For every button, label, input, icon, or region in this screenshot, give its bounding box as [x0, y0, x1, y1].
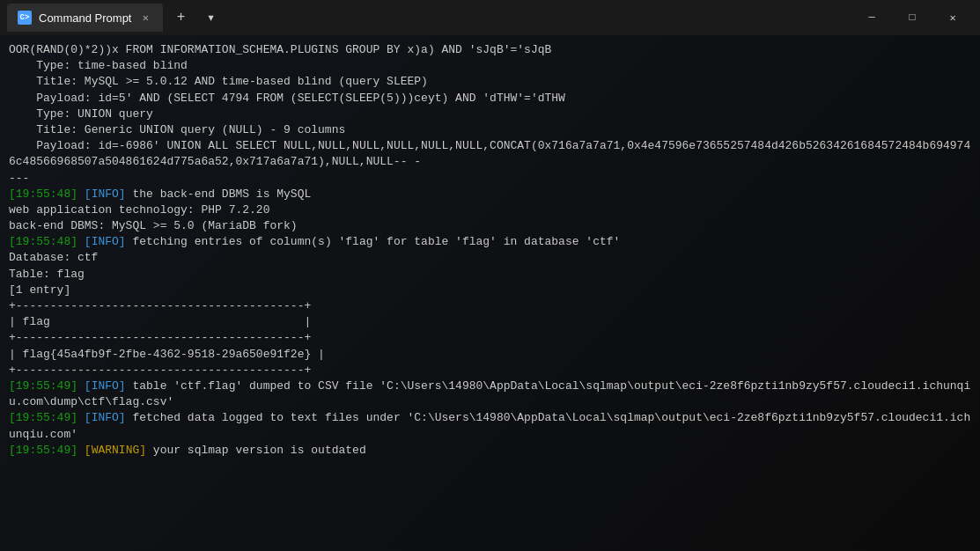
tab-area: C> Command Prompt ✕ + ▾ [7, 0, 851, 35]
terminal-line: OOR(RAND(0)*2))x FROM INFORMATION_SCHEMA… [9, 42, 971, 58]
terminal-line: Database: ctf [9, 250, 971, 266]
maximize-button[interactable]: □ [892, 4, 932, 32]
terminal-line: Title: Generic UNION query (NULL) - 9 co… [9, 122, 971, 138]
terminal-line: Title: MySQL >= 5.0.12 AND time-based bl… [9, 74, 971, 90]
terminal-line: | flag | [9, 314, 971, 330]
close-button[interactable]: ✕ [932, 4, 973, 32]
terminal-line: [1 entry] [9, 283, 971, 298]
titlebar: C> Command Prompt ✕ + ▾ — □ ✕ [0, 0, 980, 35]
add-tab-button[interactable]: + [166, 4, 195, 32]
window-controls: — □ ✕ [851, 4, 973, 32]
tab-icon: C> [18, 11, 32, 25]
tab-title-label: Command Prompt [39, 11, 131, 25]
terminal-line: Payload: id=-6986' UNION ALL SELECT NULL… [9, 138, 971, 170]
terminal-line: Type: time-based blind [9, 58, 971, 74]
terminal-line: +---------------------------------------… [9, 298, 971, 314]
terminal-line: Type: UNION query [9, 107, 971, 122]
terminal-line: [19:55:48] [INFO] fetching entries of co… [9, 234, 971, 250]
minimize-button[interactable]: — [851, 4, 892, 32]
terminal-line: [19:55:49] [INFO] fetched data logged to… [9, 410, 971, 442]
terminal-line: [19:55:49] [WARNING] your sqlmap version… [9, 443, 971, 459]
terminal-line: | flag{45a4fb9f-2fbe-4362-9518-29a650e91… [9, 347, 971, 363]
terminal-line: +---------------------------------------… [9, 330, 971, 346]
terminal-line: Payload: id=5' AND (SELECT 4794 FROM (SE… [9, 91, 971, 107]
terminal-line: +---------------------------------------… [9, 363, 971, 378]
dropdown-button[interactable]: ▾ [196, 4, 225, 32]
terminal-line: [19:55:48] [INFO] the back-end DBMS is M… [9, 187, 971, 202]
command-prompt-tab[interactable]: C> Command Prompt ✕ [7, 4, 163, 32]
toolbar-buttons: + ▾ [166, 4, 225, 32]
terminal-line: Table: flag [9, 267, 971, 283]
terminal-line: [19:55:49] [INFO] table 'ctf.flag' dumpe… [9, 378, 971, 410]
terminal-line: --- [9, 171, 971, 187]
terminal-window: C> Command Prompt ✕ + ▾ — □ ✕ OOR(RAND(0… [0, 0, 980, 551]
terminal-line: web application technology: PHP 7.2.20 [9, 202, 971, 218]
terminal-line: back-end DBMS: MySQL >= 5.0 (MariaDB for… [9, 218, 971, 234]
terminal-output: OOR(RAND(0)*2))x FROM INFORMATION_SCHEMA… [0, 35, 980, 551]
tab-close-button[interactable]: ✕ [138, 11, 152, 25]
